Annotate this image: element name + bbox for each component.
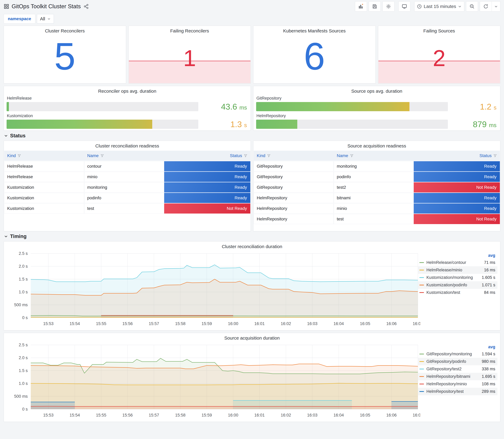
stat-panel-manifests-sources[interactable]: Kubernetes Manifests Sources 6	[253, 26, 376, 84]
chevron-down-icon	[494, 5, 498, 8]
y-axis-tick-label: 1.0 s	[19, 381, 28, 386]
x-axis-tick-label: 15:58	[175, 413, 185, 417]
bar-gauge-fill	[256, 120, 297, 129]
series-color-swatch	[419, 270, 424, 270]
section-title: Status	[10, 133, 25, 139]
time-series-plot[interactable]: 15:5315:5415:5515:5615:5715:5815:5916:00…	[6, 342, 420, 420]
x-axis-tick-label: 15:57	[149, 413, 159, 417]
filter-funnel-icon[interactable]	[244, 154, 247, 157]
y-axis-tick-label: 500 ms	[14, 303, 28, 307]
series-name[interactable]: HelmRepository/minio	[426, 382, 472, 386]
refresh-interval-caret-button[interactable]	[492, 1, 500, 12]
save-dashboard-button[interactable]	[369, 1, 381, 12]
series-color-swatch	[419, 376, 424, 377]
x-axis-tick-label: 15:53	[43, 413, 54, 417]
gauge-value: 1.2 s	[452, 102, 497, 111]
cell-name: podinfo	[84, 193, 164, 203]
series-name[interactable]: HelmRepository/bitnami	[426, 374, 472, 379]
chart-legend: avgHelmRelease/contour71 msHelmRelease/m…	[418, 253, 497, 296]
variable-namespace-label[interactable]: namespace	[4, 14, 35, 24]
column-header-kind[interactable]: Kind	[4, 153, 84, 158]
table-panel-cluster-readiness[interactable]: Cluster reconciliation readiness Kind Na…	[4, 141, 251, 231]
x-axis-tick-label: 16:06	[386, 321, 397, 326]
filter-funnel-icon[interactable]	[267, 154, 270, 157]
table-row: KustomizationpodinfoReady	[4, 193, 250, 203]
series-name[interactable]: GitRepository/podinfo	[426, 359, 472, 364]
stat-value: 6	[253, 34, 375, 78]
filter-funnel-icon[interactable]	[493, 154, 497, 157]
series-name[interactable]: GitRepository/monitoring	[426, 352, 472, 356]
chart-panel-source-acquisition[interactable]: Source acquisition duration 15:5315:5415…	[4, 333, 500, 422]
cell-kind: HelmRepository	[254, 193, 334, 203]
dashboard-toolbar: Last 15 minutes	[355, 1, 500, 12]
panel-title: Source acquisition duration	[4, 333, 500, 341]
zoom-out-button[interactable]	[466, 1, 478, 12]
x-axis-tick-label: 16:05	[360, 321, 370, 326]
stat-value: 5	[4, 34, 126, 78]
series-name[interactable]: HelmRelease/contour	[426, 260, 472, 265]
x-axis-tick-label: 15:57	[149, 321, 159, 326]
series-avg-value: 71 ms	[472, 260, 495, 265]
legend-avg-header[interactable]: avg	[418, 253, 497, 259]
x-axis-tick-label: 15:59	[201, 413, 212, 417]
series-name[interactable]: Kustomization/test	[426, 290, 472, 295]
cell-name: monitoring	[334, 161, 414, 171]
apps-grid-icon[interactable]	[4, 4, 9, 9]
series-name[interactable]: GitRepository/test2	[426, 367, 472, 371]
cell-kind: GitRepository	[254, 182, 334, 192]
cell-name: test	[334, 214, 414, 224]
time-series-plot[interactable]: 15:5315:5415:5515:5615:5715:5815:5916:00…	[6, 251, 420, 329]
status-badge: Ready	[414, 193, 500, 203]
filter-funnel-icon[interactable]	[18, 154, 21, 157]
x-axis-tick-label: 16:07	[413, 413, 420, 417]
legend-item: HelmRepository/test289 ms	[418, 388, 497, 395]
x-axis-tick-label: 15:55	[96, 413, 106, 417]
variable-namespace-value-dropdown[interactable]: All	[37, 14, 54, 24]
section-status-toggle[interactable]: Status	[2, 131, 502, 141]
panel-title: Reconciler ops avg. duration	[7, 86, 248, 94]
filter-funnel-icon[interactable]	[350, 154, 354, 157]
chart-panel-cluster-reconciliation[interactable]: Cluster reconciliation duration 15:5315:…	[4, 241, 500, 330]
legend-avg-header[interactable]: avg	[418, 344, 497, 350]
dashboard-settings-button[interactable]	[382, 1, 394, 12]
series-avg-value: 1.071 s	[472, 283, 495, 287]
cell-name: minio	[84, 172, 164, 182]
bar-gauge-fill	[7, 102, 9, 111]
stat-panel-cluster-reconcilers[interactable]: Cluster Reconcilers 5	[4, 26, 126, 84]
stat-value: 1	[129, 45, 251, 71]
stat-panel-failing-reconcilers[interactable]: Failing Reconcilers 1	[129, 26, 251, 84]
tv-mode-button[interactable]	[398, 1, 410, 12]
gauge-row-label: HelmRelease	[7, 96, 248, 101]
cell-name: contour	[84, 161, 164, 171]
column-header-name[interactable]: Name	[84, 153, 164, 158]
column-header-name[interactable]: Name	[334, 153, 414, 158]
x-axis-tick-label: 16:01	[254, 413, 265, 417]
x-axis-tick-label: 16:04	[333, 413, 344, 417]
series-name[interactable]: HelmRepository/test	[426, 389, 472, 394]
column-header-status[interactable]: Status	[414, 153, 500, 158]
column-header-kind[interactable]: Kind	[254, 153, 334, 158]
stat-panel-failing-sources[interactable]: Failing Sources 2	[378, 26, 501, 84]
gauge-panel-reconciler-ops[interactable]: Reconciler ops avg. duration HelmRelease…	[4, 86, 251, 131]
gauge-panel-source-ops[interactable]: Source ops avg. duration GitRepository 1…	[253, 86, 500, 131]
add-panel-button[interactable]	[355, 1, 367, 12]
table-panel-source-readiness[interactable]: Source acquisition readiness Kind Name S…	[253, 141, 500, 231]
refresh-button[interactable]	[480, 1, 492, 12]
status-badge: Not Ready	[414, 214, 500, 224]
filter-funnel-icon[interactable]	[100, 154, 104, 157]
cell-name: bitnami	[334, 193, 414, 203]
series-name[interactable]: Kustomization/monitoring	[426, 275, 473, 280]
column-header-status[interactable]: Status	[164, 153, 250, 158]
x-axis-tick-label: 15:59	[201, 321, 212, 326]
share-icon[interactable]	[84, 4, 89, 9]
cell-kind: Kustomization	[4, 203, 84, 214]
y-axis-tick-label: 0 s	[22, 407, 28, 412]
time-range-label: Last 15 minutes	[424, 4, 456, 9]
x-axis-tick-label: 16:00	[228, 321, 238, 326]
series-color-swatch	[419, 262, 424, 263]
time-range-picker[interactable]: Last 15 minutes	[414, 1, 464, 12]
series-name[interactable]: Kustomization/podinfo	[426, 283, 472, 287]
series-name[interactable]: HelmRelease/minio	[426, 268, 472, 272]
section-timing-toggle[interactable]: Timing	[2, 231, 502, 241]
table-row: HelmReleaseminioReady	[4, 172, 250, 182]
